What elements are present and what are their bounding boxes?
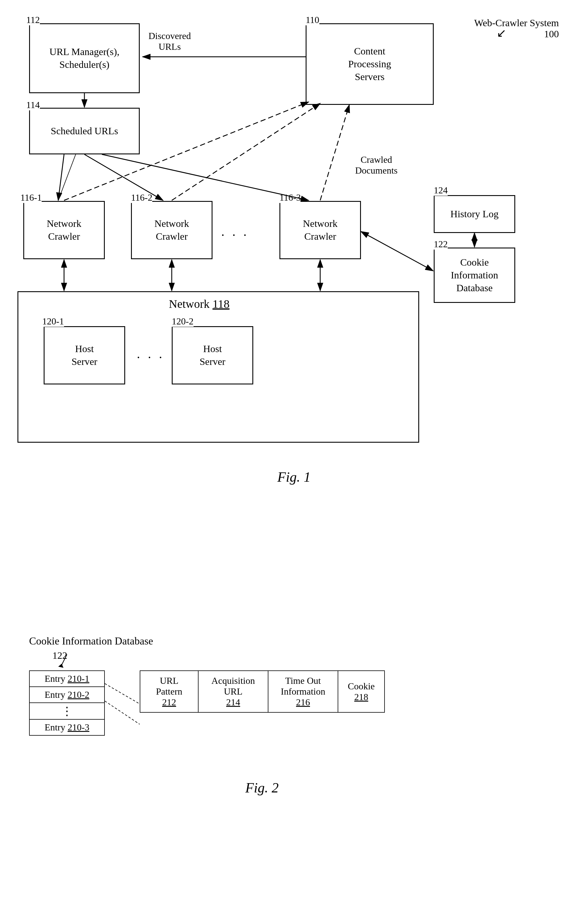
- content-processing-box: ContentProcessingServers: [305, 23, 434, 105]
- svg-line-20: [105, 684, 140, 704]
- crawler2-box: NetworkCrawler: [131, 201, 212, 259]
- entry-dots: ⋮: [30, 703, 104, 719]
- col-timeout-info: Time OutInformation216: [268, 671, 338, 712]
- cookie-db-ref: 122: [434, 239, 448, 250]
- svg-line-9: [58, 155, 76, 201]
- fig1-label: Fig. 1: [0, 469, 588, 485]
- svg-marker-19: [58, 664, 63, 668]
- dashed-connectors: [105, 675, 140, 756]
- entries-column: Entry 210-1 Entry 210-2 ⋮ Entry 210-3: [29, 670, 105, 736]
- crawled-docs-label: CrawledDocuments: [355, 155, 398, 176]
- history-log-box: History Log: [434, 195, 515, 233]
- scheduled-urls-ref: 114: [26, 99, 40, 110]
- svg-line-6: [58, 155, 64, 201]
- host-dots: . . .: [137, 347, 165, 361]
- svg-line-16: [172, 103, 320, 201]
- host1-box: HostServer: [44, 326, 125, 384]
- fig1-diagram: Web-Crawler System 100 ↙ ContentProcessi…: [0, 0, 588, 612]
- crawler1-ref: 116-1: [20, 192, 42, 203]
- scheduled-urls-box: Scheduled URLs: [29, 108, 140, 155]
- discovered-urls-label: DiscoveredURLs: [148, 31, 191, 52]
- svg-line-17: [320, 105, 349, 201]
- svg-line-21: [105, 701, 140, 724]
- url-manager-box: URL Manager(s),Scheduler(s): [29, 23, 140, 93]
- crawler3-ref: 116-3: [279, 192, 301, 203]
- crawler3-box: NetworkCrawler: [279, 201, 361, 259]
- host2-ref: 120-2: [172, 316, 194, 327]
- fig2-container: Cookie Information Database 122 Entry 21…: [0, 612, 588, 796]
- svg-line-13: [361, 231, 433, 271]
- host2-box: HostServer: [172, 326, 253, 384]
- system-label: Web-Crawler System 100 ↙: [474, 17, 559, 40]
- crawler1-box: NetworkCrawler: [23, 201, 105, 259]
- fig2-ref-arrow: [58, 654, 87, 672]
- crawler-dots: . . .: [221, 224, 249, 239]
- col-cookie: Cookie218: [338, 671, 385, 712]
- host1-ref: 120-1: [42, 316, 64, 327]
- entry-2: Entry 210-2: [30, 687, 104, 703]
- cookie-db-box: CookieInformationDatabase: [434, 248, 515, 303]
- cookie-db-table: URLPattern212 AcquisitionURL214 Time Out…: [140, 670, 385, 713]
- fig2-label: Fig. 2: [29, 780, 495, 796]
- fig2-db-label: Cookie Information Database: [29, 635, 588, 647]
- col-acquisition-url: AcquisitionURL214: [198, 671, 268, 712]
- url-manager-ref: 112: [26, 15, 40, 25]
- entry-3: Entry 210-3: [30, 719, 104, 735]
- entry-1: Entry 210-1: [30, 671, 104, 687]
- crawler2-ref: 116-2: [131, 192, 152, 203]
- network-label: Network 118: [169, 297, 229, 311]
- connector-svg: [105, 675, 140, 756]
- col-url-pattern: URLPattern212: [140, 671, 198, 712]
- history-log-ref: 124: [434, 185, 448, 196]
- content-processing-ref: 110: [305, 15, 319, 25]
- table-header-row: URLPattern212 AcquisitionURL214 Time Out…: [140, 671, 385, 712]
- svg-line-18: [61, 654, 67, 666]
